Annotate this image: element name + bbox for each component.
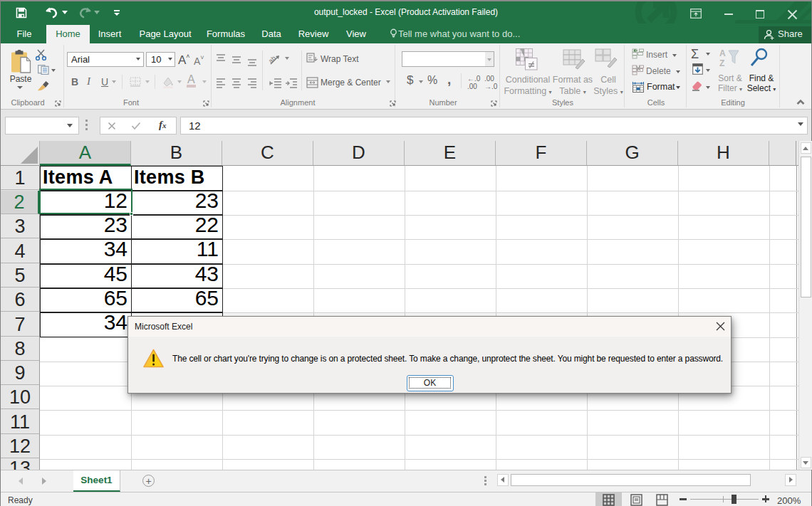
svg-text:A: A [719,48,726,58]
svg-text:ab: ab [269,55,277,65]
svg-text:Z: Z [719,58,724,68]
